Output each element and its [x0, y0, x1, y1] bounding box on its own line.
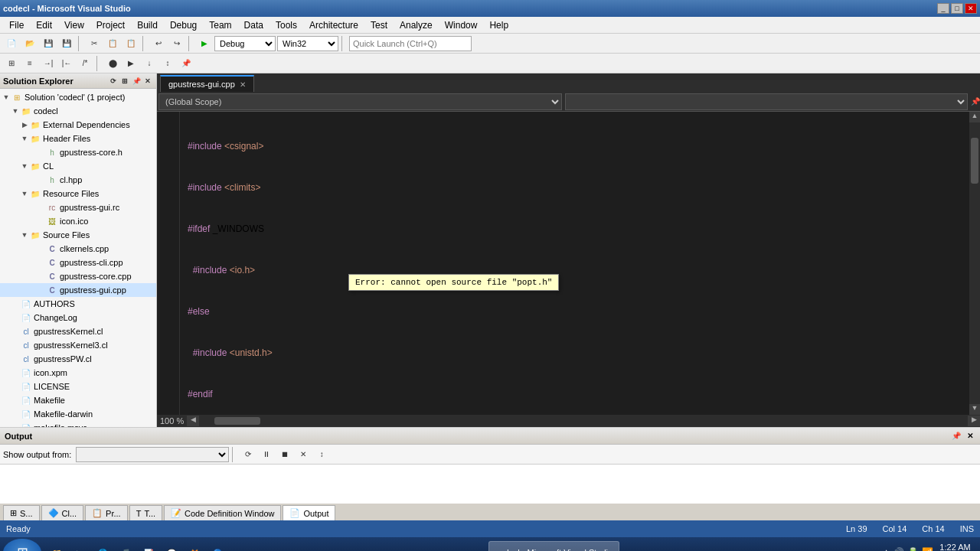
code-content[interactable]: #include <csignal> #include <climits> #i…: [157, 112, 969, 415]
tree-gpustress-rc[interactable]: rc gpustress-gui.rc: [0, 201, 156, 214]
menu-build[interactable]: Build: [131, 18, 164, 32]
step-btn[interactable]: ↓: [141, 55, 158, 72]
menu-team[interactable]: Team: [203, 18, 237, 32]
output-pin-btn[interactable]: 📌: [949, 432, 963, 440]
breakpoint-btn[interactable]: ⬤: [104, 55, 121, 72]
tree-gpustress-core-h[interactable]: h gpustress-core.h: [0, 145, 156, 159]
taskbar-firefox-icon[interactable]: 🦊: [184, 542, 205, 551]
panel-header-buttons[interactable]: ⟳ ⊞ 📌 ✕: [108, 76, 153, 86]
taskbar-vlc-icon[interactable]: 🎵: [115, 542, 136, 551]
bottom-tab-t[interactable]: T T...: [129, 505, 162, 520]
tree-solution[interactable]: ▼ ⊞ Solution 'codecl' (1 project): [0, 90, 156, 104]
copy-btn[interactable]: 📋: [104, 35, 121, 52]
editor-tab-gpustress-gui[interactable]: gpustress-gui.cpp ✕: [160, 75, 254, 92]
menu-view[interactable]: View: [58, 18, 90, 32]
open-btn[interactable]: 📂: [21, 35, 38, 52]
tree-changelog[interactable]: 📄 ChangeLog: [0, 311, 156, 324]
title-bar-buttons[interactable]: _ □ ✕: [937, 3, 977, 14]
vertical-scrollbar[interactable]: ▲ ▼: [969, 112, 980, 415]
search-input[interactable]: [349, 36, 472, 51]
outdent-btn[interactable]: |←: [58, 55, 75, 72]
taskbar-vs-item[interactable]: codecl - Microsoft Visual Studio: [488, 541, 619, 551]
menu-window[interactable]: Window: [439, 18, 484, 32]
run-btn[interactable]: ▶: [196, 35, 213, 52]
save-btn[interactable]: 💾: [40, 35, 57, 52]
output-close-btn[interactable]: ✕: [965, 432, 975, 440]
scope-right-dropdown[interactable]: [565, 93, 969, 110]
tab-close-btn[interactable]: ✕: [240, 80, 246, 89]
cut-btn[interactable]: ✂: [86, 35, 103, 52]
expand-icon[interactable]: ▼: [20, 134, 29, 143]
tree-external-deps[interactable]: ▶ 📁 External Dependencies: [0, 118, 156, 132]
bottom-tab-s[interactable]: ⊞ S...: [3, 505, 40, 520]
menu-file[interactable]: File: [3, 18, 30, 32]
tree-resource-files[interactable]: ▼ 📁 Resource Files: [0, 187, 156, 201]
comment-btn[interactable]: /*: [77, 55, 93, 72]
code-lines[interactable]: #include <csignal> #include <climits> #i…: [180, 112, 969, 415]
tree-kernel1[interactable]: cl gpustressKernel.cl: [0, 324, 156, 338]
menu-analyze[interactable]: Analyze: [394, 18, 439, 32]
clock-display[interactable]: 1:22 AM 9/27/2015: [936, 542, 974, 551]
expand-icon[interactable]: ▶: [20, 120, 29, 129]
battery-icon[interactable]: 📶: [922, 547, 933, 551]
debug-config-dropdown[interactable]: Debug Release: [214, 36, 276, 51]
output-btn4[interactable]: ✕: [295, 446, 312, 463]
menu-architecture[interactable]: Architecture: [303, 18, 364, 32]
menu-edit[interactable]: Edit: [30, 18, 58, 32]
volume-icon[interactable]: 🔋: [907, 547, 919, 551]
undo-btn[interactable]: ↩: [150, 35, 167, 52]
pin-btn[interactable]: 📌: [178, 55, 194, 72]
network-icon[interactable]: 🔊: [893, 547, 904, 551]
scroll-down-btn[interactable]: ▼: [969, 404, 980, 415]
taskbar-skype-icon[interactable]: 💬: [161, 542, 182, 551]
tree-source-files[interactable]: ▼ 📁 Source Files: [0, 228, 156, 242]
menu-help[interactable]: Help: [483, 18, 514, 32]
horizontal-scrollbar[interactable]: [199, 416, 968, 426]
output-btn2[interactable]: ⏸: [258, 446, 275, 463]
menu-data[interactable]: Data: [238, 18, 270, 32]
tree-cl-folder[interactable]: ▼ 📁 CL: [0, 159, 156, 173]
indent-btn[interactable]: →|: [40, 55, 57, 72]
tree-icon-ico[interactable]: 🖼 icon.ico: [0, 214, 156, 228]
scroll-thumb-v[interactable]: [971, 138, 978, 184]
tree-license[interactable]: 📄 LICENSE: [0, 380, 156, 393]
redo-btn[interactable]: ↪: [168, 35, 185, 52]
bottom-tab-code-def[interactable]: 📝 Code Definition Window: [164, 505, 281, 520]
scroll-thumb-h[interactable]: [214, 417, 260, 425]
debug2-btn[interactable]: ▶: [122, 55, 139, 72]
tree-icon-xpm[interactable]: 📄 icon.xpm: [0, 366, 156, 380]
output-btn5[interactable]: ↕: [313, 446, 330, 463]
minimize-button[interactable]: _: [937, 3, 949, 14]
tree-gpustress-gui-cpp[interactable]: C gpustress-gui.cpp: [0, 283, 156, 297]
tree-pw[interactable]: cl gpustressPW.cl: [0, 352, 156, 366]
taskbar-php-icon[interactable]: 📝: [138, 542, 159, 551]
start-button[interactable]: ⊞: [3, 539, 41, 551]
taskbar-media-icon[interactable]: ▶: [69, 542, 90, 551]
expand-icon[interactable]: ▼: [20, 189, 29, 198]
tray-icon1[interactable]: △: [883, 547, 890, 551]
editor-pin-btn[interactable]: 📌: [969, 97, 980, 106]
new-file-btn[interactable]: 📄: [3, 35, 20, 52]
tree-cl-hpp[interactable]: h cl.hpp: [0, 173, 156, 187]
menu-project[interactable]: Project: [90, 18, 131, 32]
tree-makefile-msvc[interactable]: 📄 makefile.msvc: [0, 421, 156, 427]
close-button[interactable]: ✕: [965, 3, 977, 14]
tree-kernel2[interactable]: cl gpustressKernel3.cl: [0, 338, 156, 352]
taskbar-app-icon[interactable]: 🔵: [207, 542, 228, 551]
tree-header-files[interactable]: ▼ 📁 Header Files: [0, 132, 156, 145]
scroll-right-btn[interactable]: ▶: [968, 416, 980, 426]
tree-gpustress-core-cpp[interactable]: C gpustress-core.cpp: [0, 269, 156, 283]
paste-btn[interactable]: 📋: [122, 35, 139, 52]
format-btn2[interactable]: ≡: [21, 55, 38, 72]
expand-icon[interactable]: ▼: [20, 161, 29, 171]
menu-tools[interactable]: Tools: [270, 18, 303, 32]
sync-btn[interactable]: ⟳: [108, 76, 119, 86]
output-btn3[interactable]: ⏹: [276, 446, 293, 463]
expand-icon[interactable]: ▼: [2, 93, 11, 102]
format-btn1[interactable]: ⊞: [3, 55, 20, 72]
menu-test[interactable]: Test: [364, 18, 394, 32]
output-header-buttons[interactable]: 📌 ✕: [949, 432, 975, 440]
scope-left-dropdown[interactable]: (Global Scope): [158, 93, 562, 110]
platform-dropdown[interactable]: Win32 x64: [277, 36, 338, 51]
tree-authors[interactable]: 📄 AUTHORS: [0, 297, 156, 311]
